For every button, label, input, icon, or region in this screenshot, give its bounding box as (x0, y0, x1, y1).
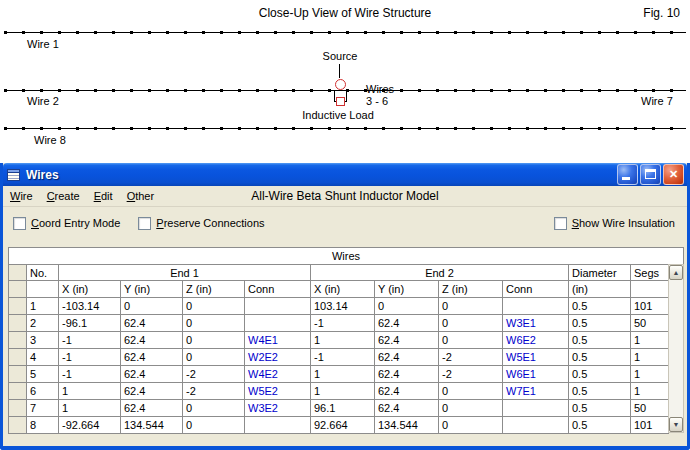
title-bar[interactable]: Wires ✕ (3, 163, 687, 186)
grid-cell[interactable]: 0.5 (569, 366, 631, 383)
grid-cell[interactable]: 0 (439, 298, 503, 315)
row-selector[interactable] (9, 315, 27, 332)
grid-cell[interactable]: 0 (183, 332, 245, 349)
grid-cell[interactable]: 7 (27, 400, 59, 417)
grid-cell[interactable]: 62.4 (375, 315, 439, 332)
grid-cell[interactable]: -1 (59, 332, 121, 349)
grid-cell[interactable]: 1 (311, 332, 375, 349)
row-selector[interactable] (9, 417, 27, 434)
grid-cell[interactable]: 62.4 (375, 400, 439, 417)
grid-cell[interactable]: 0 (375, 298, 439, 315)
minimize-button[interactable] (617, 164, 638, 185)
grid-cell[interactable]: W4E1 (245, 332, 311, 349)
grid-cell[interactable]: W4E2 (245, 366, 311, 383)
grid-cell[interactable]: 0 (121, 298, 183, 315)
grid-cell[interactable]: 0 (439, 315, 503, 332)
grid-cell[interactable]: 1 (631, 349, 669, 366)
grid-cell[interactable]: 0 (439, 383, 503, 400)
grid-cell[interactable]: -1 (311, 349, 375, 366)
grid-cell[interactable] (503, 298, 569, 315)
grid-cell[interactable]: -1 (59, 366, 121, 383)
grid-cell[interactable]: 1 (27, 298, 59, 315)
grid-cell[interactable]: 1 (311, 383, 375, 400)
grid-cell[interactable]: W3E2 (245, 400, 311, 417)
grid-cell[interactable]: 1 (631, 332, 669, 349)
grid-cell[interactable]: 0 (183, 349, 245, 366)
row-selector[interactable] (9, 298, 27, 315)
grid-cell[interactable]: 101 (631, 298, 669, 315)
grid-cell[interactable]: 92.664 (311, 417, 375, 434)
grid-cell[interactable]: -2 (439, 349, 503, 366)
grid-cell[interactable]: 2 (27, 315, 59, 332)
grid-cell[interactable]: 4 (27, 349, 59, 366)
grid-cell[interactable]: 1 (631, 366, 669, 383)
grid-cell[interactable]: 0 (439, 332, 503, 349)
grid-cell[interactable]: 0 (183, 298, 245, 315)
grid-cell[interactable]: 101 (631, 417, 669, 434)
grid-cell[interactable]: 62.4 (375, 349, 439, 366)
grid-cell[interactable]: 62.4 (121, 332, 183, 349)
menu-other[interactable]: Other (120, 190, 162, 202)
grid-cell[interactable]: 62.4 (121, 366, 183, 383)
grid-cell[interactable] (245, 315, 311, 332)
grid-cell[interactable]: 96.1 (311, 400, 375, 417)
close-button[interactable]: ✕ (663, 164, 684, 185)
grid-cell[interactable]: 3 (27, 332, 59, 349)
grid-cell[interactable]: 0.5 (569, 417, 631, 434)
grid-cell[interactable]: 8 (27, 417, 59, 434)
grid-cell[interactable]: 0 (439, 417, 503, 434)
grid-cell[interactable] (245, 417, 311, 434)
preserve-connections-checkbox[interactable]: Preserve Connections (138, 217, 264, 230)
grid-cell[interactable]: W6E2 (503, 332, 569, 349)
row-selector[interactable] (9, 349, 27, 366)
grid-cell[interactable] (245, 298, 311, 315)
row-selector[interactable] (9, 383, 27, 400)
grid-cell[interactable]: 1 (59, 400, 121, 417)
maximize-button[interactable] (640, 164, 661, 185)
grid-cell[interactable]: 50 (631, 315, 669, 332)
grid-cell[interactable]: -2 (183, 383, 245, 400)
grid-cell[interactable] (503, 417, 569, 434)
grid-cell[interactable]: 0.5 (569, 298, 631, 315)
grid-cell[interactable]: 0 (183, 315, 245, 332)
grid-cell[interactable]: W3E1 (503, 315, 569, 332)
grid-cell[interactable]: 62.4 (375, 383, 439, 400)
grid-cell[interactable]: W7E1 (503, 383, 569, 400)
grid-cell[interactable]: 0.5 (569, 349, 631, 366)
grid-cell[interactable]: 0 (183, 400, 245, 417)
grid-cell[interactable]: 0.5 (569, 332, 631, 349)
grid-cell[interactable]: 62.4 (121, 400, 183, 417)
grid-cell[interactable]: W5E2 (245, 383, 311, 400)
menu-create[interactable]: Create (40, 190, 87, 202)
vertical-scrollbar[interactable]: ▲ ▼ (668, 264, 684, 433)
grid-cell[interactable]: 134.544 (375, 417, 439, 434)
scroll-down-button[interactable]: ▼ (669, 417, 683, 432)
coord-entry-mode-checkbox[interactable]: Coord Entry Mode (13, 217, 120, 230)
grid-cell[interactable]: -92.664 (59, 417, 121, 434)
grid-cell[interactable]: 134.544 (121, 417, 183, 434)
row-selector[interactable] (9, 366, 27, 383)
scroll-up-button[interactable]: ▲ (669, 265, 683, 280)
grid-cell[interactable]: W2E2 (245, 349, 311, 366)
menu-wire[interactable]: Wire (3, 190, 40, 202)
grid-cell[interactable]: 5 (27, 366, 59, 383)
grid-cell[interactable]: -103.14 (59, 298, 121, 315)
row-selector[interactable] (9, 332, 27, 349)
grid-cell[interactable]: -2 (439, 366, 503, 383)
grid-cell[interactable]: 0.5 (569, 315, 631, 332)
grid-cell[interactable]: -2 (183, 366, 245, 383)
scrollbar-track[interactable] (669, 280, 683, 417)
grid-cell[interactable]: -96.1 (59, 315, 121, 332)
grid-cell[interactable]: -1 (311, 315, 375, 332)
menu-edit[interactable]: Edit (87, 190, 120, 202)
show-wire-insulation-checkbox[interactable]: Show Wire Insulation (554, 217, 675, 230)
grid-cell[interactable]: W6E1 (503, 366, 569, 383)
grid-cell[interactable]: 62.4 (375, 332, 439, 349)
grid-cell[interactable]: 62.4 (121, 383, 183, 400)
grid-cell[interactable]: 62.4 (121, 315, 183, 332)
grid-cell[interactable]: 1 (311, 366, 375, 383)
grid-cell[interactable]: -1 (59, 349, 121, 366)
grid-cell[interactable]: 6 (27, 383, 59, 400)
grid-cell[interactable]: 0.5 (569, 383, 631, 400)
grid-cell[interactable]: 103.14 (311, 298, 375, 315)
